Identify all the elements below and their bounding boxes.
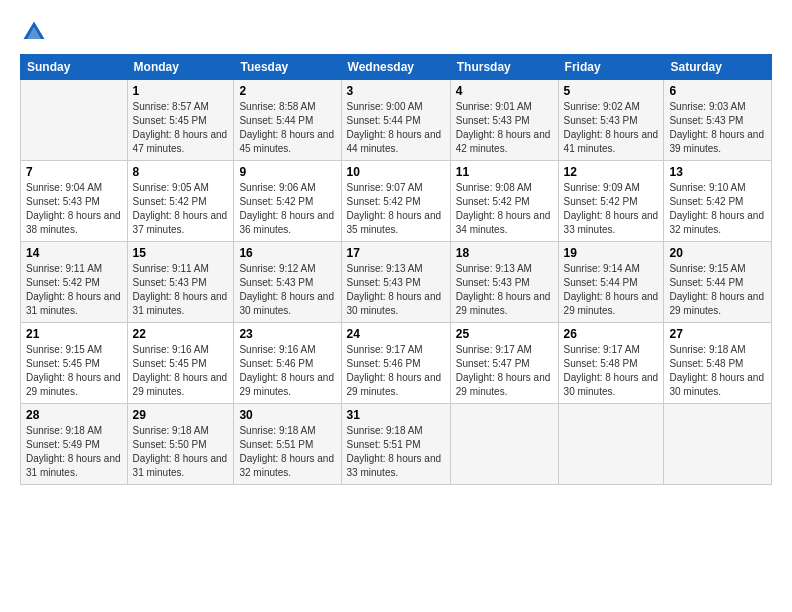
day-info: Sunrise: 9:10 AMSunset: 5:42 PMDaylight:… bbox=[669, 182, 764, 235]
day-info: Sunrise: 9:03 AMSunset: 5:43 PMDaylight:… bbox=[669, 101, 764, 154]
day-info: Sunrise: 9:06 AMSunset: 5:42 PMDaylight:… bbox=[239, 182, 334, 235]
calendar-week-row: 7Sunrise: 9:04 AMSunset: 5:43 PMDaylight… bbox=[21, 161, 772, 242]
calendar-cell: 3Sunrise: 9:00 AMSunset: 5:44 PMDaylight… bbox=[341, 80, 450, 161]
day-info: Sunrise: 9:18 AMSunset: 5:51 PMDaylight:… bbox=[347, 425, 442, 478]
day-number: 6 bbox=[669, 84, 766, 98]
day-info: Sunrise: 9:15 AMSunset: 5:44 PMDaylight:… bbox=[669, 263, 764, 316]
day-info: Sunrise: 9:13 AMSunset: 5:43 PMDaylight:… bbox=[347, 263, 442, 316]
day-number: 10 bbox=[347, 165, 445, 179]
calendar-table: SundayMondayTuesdayWednesdayThursdayFrid… bbox=[20, 54, 772, 485]
weekday-header: Thursday bbox=[450, 55, 558, 80]
day-info: Sunrise: 9:18 AMSunset: 5:50 PMDaylight:… bbox=[133, 425, 228, 478]
day-number: 23 bbox=[239, 327, 335, 341]
day-number: 26 bbox=[564, 327, 659, 341]
calendar-cell: 8Sunrise: 9:05 AMSunset: 5:42 PMDaylight… bbox=[127, 161, 234, 242]
calendar-cell: 31Sunrise: 9:18 AMSunset: 5:51 PMDayligh… bbox=[341, 404, 450, 485]
calendar-cell bbox=[664, 404, 772, 485]
day-number: 24 bbox=[347, 327, 445, 341]
day-number: 5 bbox=[564, 84, 659, 98]
day-info: Sunrise: 9:07 AMSunset: 5:42 PMDaylight:… bbox=[347, 182, 442, 235]
day-info: Sunrise: 9:17 AMSunset: 5:48 PMDaylight:… bbox=[564, 344, 659, 397]
day-number: 20 bbox=[669, 246, 766, 260]
day-info: Sunrise: 9:18 AMSunset: 5:49 PMDaylight:… bbox=[26, 425, 121, 478]
day-info: Sunrise: 9:16 AMSunset: 5:45 PMDaylight:… bbox=[133, 344, 228, 397]
calendar-cell: 17Sunrise: 9:13 AMSunset: 5:43 PMDayligh… bbox=[341, 242, 450, 323]
calendar-cell: 4Sunrise: 9:01 AMSunset: 5:43 PMDaylight… bbox=[450, 80, 558, 161]
day-info: Sunrise: 9:12 AMSunset: 5:43 PMDaylight:… bbox=[239, 263, 334, 316]
calendar-cell: 24Sunrise: 9:17 AMSunset: 5:46 PMDayligh… bbox=[341, 323, 450, 404]
day-number: 31 bbox=[347, 408, 445, 422]
calendar-cell bbox=[558, 404, 664, 485]
calendar-cell: 30Sunrise: 9:18 AMSunset: 5:51 PMDayligh… bbox=[234, 404, 341, 485]
day-info: Sunrise: 9:02 AMSunset: 5:43 PMDaylight:… bbox=[564, 101, 659, 154]
page: SundayMondayTuesdayWednesdayThursdayFrid… bbox=[0, 0, 792, 612]
day-info: Sunrise: 9:00 AMSunset: 5:44 PMDaylight:… bbox=[347, 101, 442, 154]
day-info: Sunrise: 9:01 AMSunset: 5:43 PMDaylight:… bbox=[456, 101, 551, 154]
day-number: 12 bbox=[564, 165, 659, 179]
calendar-cell: 18Sunrise: 9:13 AMSunset: 5:43 PMDayligh… bbox=[450, 242, 558, 323]
weekday-header: Saturday bbox=[664, 55, 772, 80]
day-number: 28 bbox=[26, 408, 122, 422]
day-info: Sunrise: 8:58 AMSunset: 5:44 PMDaylight:… bbox=[239, 101, 334, 154]
day-number: 7 bbox=[26, 165, 122, 179]
calendar-cell: 19Sunrise: 9:14 AMSunset: 5:44 PMDayligh… bbox=[558, 242, 664, 323]
day-number: 21 bbox=[26, 327, 122, 341]
day-info: Sunrise: 9:13 AMSunset: 5:43 PMDaylight:… bbox=[456, 263, 551, 316]
day-info: Sunrise: 9:08 AMSunset: 5:42 PMDaylight:… bbox=[456, 182, 551, 235]
weekday-header: Sunday bbox=[21, 55, 128, 80]
calendar-cell: 26Sunrise: 9:17 AMSunset: 5:48 PMDayligh… bbox=[558, 323, 664, 404]
day-info: Sunrise: 9:17 AMSunset: 5:47 PMDaylight:… bbox=[456, 344, 551, 397]
day-number: 11 bbox=[456, 165, 553, 179]
calendar-cell: 5Sunrise: 9:02 AMSunset: 5:43 PMDaylight… bbox=[558, 80, 664, 161]
day-info: Sunrise: 9:11 AMSunset: 5:42 PMDaylight:… bbox=[26, 263, 121, 316]
weekday-header: Wednesday bbox=[341, 55, 450, 80]
calendar-header-row: SundayMondayTuesdayWednesdayThursdayFrid… bbox=[21, 55, 772, 80]
header bbox=[20, 18, 772, 46]
weekday-header: Friday bbox=[558, 55, 664, 80]
day-number: 25 bbox=[456, 327, 553, 341]
calendar-cell: 29Sunrise: 9:18 AMSunset: 5:50 PMDayligh… bbox=[127, 404, 234, 485]
day-number: 27 bbox=[669, 327, 766, 341]
day-number: 8 bbox=[133, 165, 229, 179]
day-info: Sunrise: 9:17 AMSunset: 5:46 PMDaylight:… bbox=[347, 344, 442, 397]
day-info: Sunrise: 9:14 AMSunset: 5:44 PMDaylight:… bbox=[564, 263, 659, 316]
day-info: Sunrise: 9:15 AMSunset: 5:45 PMDaylight:… bbox=[26, 344, 121, 397]
day-info: Sunrise: 9:04 AMSunset: 5:43 PMDaylight:… bbox=[26, 182, 121, 235]
day-info: Sunrise: 9:05 AMSunset: 5:42 PMDaylight:… bbox=[133, 182, 228, 235]
weekday-header: Tuesday bbox=[234, 55, 341, 80]
calendar-cell: 23Sunrise: 9:16 AMSunset: 5:46 PMDayligh… bbox=[234, 323, 341, 404]
day-info: Sunrise: 9:11 AMSunset: 5:43 PMDaylight:… bbox=[133, 263, 228, 316]
day-info: Sunrise: 9:09 AMSunset: 5:42 PMDaylight:… bbox=[564, 182, 659, 235]
calendar-cell: 9Sunrise: 9:06 AMSunset: 5:42 PMDaylight… bbox=[234, 161, 341, 242]
day-number: 1 bbox=[133, 84, 229, 98]
calendar-cell: 1Sunrise: 8:57 AMSunset: 5:45 PMDaylight… bbox=[127, 80, 234, 161]
calendar-cell: 15Sunrise: 9:11 AMSunset: 5:43 PMDayligh… bbox=[127, 242, 234, 323]
calendar-cell: 21Sunrise: 9:15 AMSunset: 5:45 PMDayligh… bbox=[21, 323, 128, 404]
day-number: 29 bbox=[133, 408, 229, 422]
calendar-cell: 25Sunrise: 9:17 AMSunset: 5:47 PMDayligh… bbox=[450, 323, 558, 404]
day-number: 9 bbox=[239, 165, 335, 179]
logo-icon bbox=[20, 18, 48, 46]
calendar-cell: 6Sunrise: 9:03 AMSunset: 5:43 PMDaylight… bbox=[664, 80, 772, 161]
day-number: 14 bbox=[26, 246, 122, 260]
day-number: 30 bbox=[239, 408, 335, 422]
calendar-cell: 14Sunrise: 9:11 AMSunset: 5:42 PMDayligh… bbox=[21, 242, 128, 323]
day-number: 16 bbox=[239, 246, 335, 260]
calendar-cell: 7Sunrise: 9:04 AMSunset: 5:43 PMDaylight… bbox=[21, 161, 128, 242]
day-number: 17 bbox=[347, 246, 445, 260]
calendar-week-row: 14Sunrise: 9:11 AMSunset: 5:42 PMDayligh… bbox=[21, 242, 772, 323]
calendar-cell bbox=[21, 80, 128, 161]
day-info: Sunrise: 8:57 AMSunset: 5:45 PMDaylight:… bbox=[133, 101, 228, 154]
calendar-cell bbox=[450, 404, 558, 485]
day-number: 22 bbox=[133, 327, 229, 341]
calendar-cell: 2Sunrise: 8:58 AMSunset: 5:44 PMDaylight… bbox=[234, 80, 341, 161]
calendar-week-row: 21Sunrise: 9:15 AMSunset: 5:45 PMDayligh… bbox=[21, 323, 772, 404]
calendar-cell: 22Sunrise: 9:16 AMSunset: 5:45 PMDayligh… bbox=[127, 323, 234, 404]
day-info: Sunrise: 9:16 AMSunset: 5:46 PMDaylight:… bbox=[239, 344, 334, 397]
calendar-cell: 27Sunrise: 9:18 AMSunset: 5:48 PMDayligh… bbox=[664, 323, 772, 404]
day-number: 4 bbox=[456, 84, 553, 98]
day-info: Sunrise: 9:18 AMSunset: 5:48 PMDaylight:… bbox=[669, 344, 764, 397]
calendar-cell: 12Sunrise: 9:09 AMSunset: 5:42 PMDayligh… bbox=[558, 161, 664, 242]
calendar-cell: 16Sunrise: 9:12 AMSunset: 5:43 PMDayligh… bbox=[234, 242, 341, 323]
calendar-cell: 10Sunrise: 9:07 AMSunset: 5:42 PMDayligh… bbox=[341, 161, 450, 242]
